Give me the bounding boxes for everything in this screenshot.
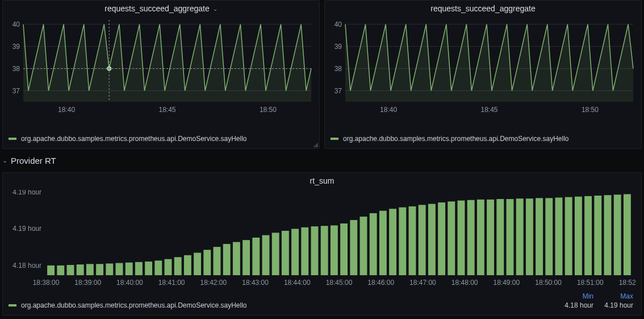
svg-rect-66: [419, 205, 426, 275]
legend-left[interactable]: org.apache.dubbo.samples.metrics.prometh…: [3, 130, 319, 148]
svg-rect-74: [496, 199, 504, 275]
svg-text:18:45: 18:45: [158, 106, 175, 114]
legend-swatch-icon: [9, 304, 16, 306]
svg-text:18:51:00: 18:51:00: [577, 279, 604, 287]
svg-text:40: 40: [334, 20, 342, 28]
svg-text:38: 38: [12, 65, 20, 73]
svg-rect-32: [86, 264, 94, 275]
svg-text:39: 39: [12, 43, 20, 51]
svg-rect-87: [624, 194, 631, 275]
svg-text:39: 39: [334, 43, 342, 51]
legend-swatch-icon: [331, 138, 338, 140]
svg-text:18:52:00: 18:52:00: [619, 279, 637, 287]
chevron-down-icon: ⌄: [213, 6, 218, 12]
panel-title-right[interactable]: requests_succeed_aggregate: [325, 1, 641, 15]
svg-text:18:50: 18:50: [582, 106, 599, 114]
svg-rect-70: [458, 201, 465, 275]
svg-rect-79: [545, 198, 553, 275]
legend-header-max[interactable]: Max: [593, 292, 633, 300]
panel-requests-right: requests_succeed_aggregate 3738394018:40…: [324, 0, 642, 149]
svg-rect-63: [389, 209, 396, 275]
svg-rect-34: [106, 263, 113, 275]
svg-rect-56: [321, 226, 328, 275]
svg-text:18:43:00: 18:43:00: [242, 279, 269, 287]
panel-title-rt-sum[interactable]: rt_sum: [3, 173, 641, 188]
svg-rect-36: [126, 263, 133, 275]
chart-left[interactable]: 3738394018:4018:4518:50: [7, 18, 315, 130]
panel-title-text: rt_sum: [310, 176, 334, 185]
svg-text:18:48:00: 18:48:00: [451, 279, 478, 287]
svg-rect-86: [614, 194, 621, 275]
svg-rect-51: [272, 233, 279, 275]
chevron-down-icon: ⌄: [2, 157, 7, 164]
svg-rect-85: [604, 195, 612, 275]
svg-rect-76: [516, 198, 524, 275]
svg-text:18:38:00: 18:38:00: [33, 279, 60, 287]
svg-rect-77: [526, 198, 533, 275]
svg-rect-33: [96, 264, 103, 275]
chart-rt-sum[interactable]: 4.18 hour4.19 hour4.19 hour18:38:0018:39…: [7, 190, 637, 290]
svg-rect-61: [370, 213, 377, 275]
svg-rect-71: [467, 200, 475, 275]
svg-rect-40: [165, 259, 172, 275]
chart-right[interactable]: 3738394018:4018:4518:50: [329, 18, 637, 130]
panel-title-text: requests_succeed_aggregate: [104, 4, 209, 13]
svg-rect-78: [536, 198, 543, 275]
svg-rect-72: [477, 200, 484, 275]
svg-rect-60: [360, 217, 367, 275]
svg-text:18:42:00: 18:42:00: [200, 279, 227, 287]
legend-label: org.apache.dubbo.samples.metrics.prometh…: [343, 135, 569, 143]
svg-rect-67: [428, 204, 436, 275]
svg-rect-42: [184, 255, 191, 275]
row-header-provider-rt[interactable]: ⌄ Provider RT: [0, 149, 644, 172]
panel-requests-left: requests_succeed_aggregate ⌄ 3738394018:…: [2, 0, 320, 149]
svg-text:18:44:00: 18:44:00: [284, 279, 311, 287]
svg-rect-45: [214, 247, 221, 275]
legend-min-value: 4.18 hour: [554, 301, 593, 309]
svg-rect-50: [262, 235, 270, 275]
svg-text:18:50: 18:50: [260, 106, 277, 114]
panel-title-left[interactable]: requests_succeed_aggregate ⌄: [3, 1, 319, 15]
legend-right[interactable]: org.apache.dubbo.samples.metrics.prometh…: [325, 130, 641, 148]
legend-header-min[interactable]: Min: [554, 292, 593, 300]
svg-rect-75: [507, 199, 514, 275]
resize-handle[interactable]: [313, 143, 318, 147]
svg-rect-58: [340, 223, 348, 275]
svg-rect-62: [379, 211, 387, 275]
legend-swatch-icon: [9, 138, 16, 140]
svg-rect-44: [203, 250, 211, 275]
svg-text:4.19 hour: 4.19 hour: [12, 190, 41, 196]
svg-rect-68: [438, 202, 445, 275]
legend-label: org.apache.dubbo.samples.metrics.prometh…: [21, 135, 247, 143]
svg-rect-69: [448, 201, 455, 275]
svg-text:18:49:00: 18:49:00: [493, 279, 520, 287]
svg-rect-29: [57, 266, 64, 275]
svg-text:4.18 hour: 4.18 hour: [12, 262, 41, 270]
legend-row[interactable]: org.apache.dubbo.samples.metrics.prometh…: [3, 301, 641, 315]
svg-text:40: 40: [12, 20, 20, 28]
svg-text:38: 38: [334, 65, 342, 73]
svg-rect-38: [145, 262, 152, 275]
panel-rt-sum: rt_sum 4.18 hour4.19 hour4.19 hour18:38:…: [2, 172, 642, 316]
svg-text:18:40: 18:40: [58, 106, 75, 114]
svg-text:37: 37: [334, 87, 342, 95]
svg-rect-65: [409, 206, 416, 275]
svg-point-13: [107, 67, 111, 71]
svg-rect-81: [565, 197, 572, 275]
svg-rect-37: [135, 262, 143, 275]
svg-rect-83: [584, 196, 592, 275]
svg-rect-39: [154, 260, 162, 275]
svg-text:18:40: 18:40: [380, 106, 397, 114]
svg-rect-35: [116, 263, 123, 275]
svg-text:37: 37: [12, 87, 20, 95]
svg-rect-47: [233, 242, 240, 275]
svg-rect-31: [77, 264, 84, 275]
svg-text:18:50:00: 18:50:00: [535, 279, 562, 287]
svg-rect-84: [594, 196, 601, 275]
panel-title-text: requests_succeed_aggregate: [430, 4, 535, 13]
svg-rect-53: [291, 229, 299, 275]
svg-text:18:45:00: 18:45:00: [326, 279, 353, 287]
svg-text:18:41:00: 18:41:00: [158, 279, 185, 287]
svg-text:18:47:00: 18:47:00: [409, 279, 436, 287]
svg-rect-55: [311, 226, 319, 275]
